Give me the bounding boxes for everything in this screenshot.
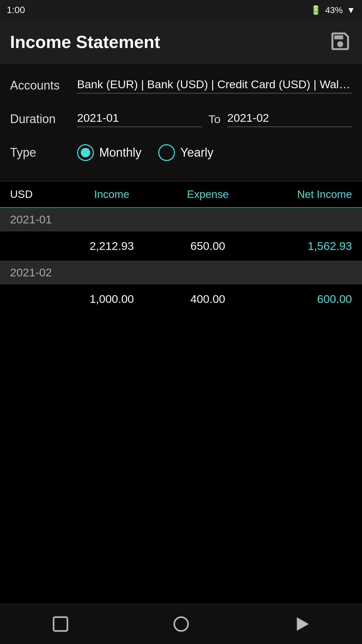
accounts-label: Accounts	[10, 78, 77, 93]
svg-point-1	[174, 617, 188, 631]
table-header: USD Income Expense Net Income	[0, 181, 362, 208]
radio-monthly-circle[interactable]	[77, 144, 94, 161]
type-row: Type Monthly Yearly	[10, 141, 352, 164]
svg-marker-2	[297, 618, 308, 630]
status-time: 1:00	[7, 5, 25, 15]
radio-yearly[interactable]: Yearly	[158, 144, 214, 161]
radio-monthly-label: Monthly	[99, 146, 141, 160]
accounts-value[interactable]: Bank (EUR) | Bank (USD) | Credit Card (U…	[77, 78, 352, 94]
row1-net: 1,562.93	[256, 239, 352, 253]
period-label-2: 2021-02	[10, 266, 52, 279]
duration-label: Duration	[10, 112, 77, 126]
page-title: Income Statement	[10, 32, 160, 52]
col-income-header: Income	[64, 188, 160, 201]
radio-monthly[interactable]: Monthly	[77, 144, 141, 161]
app-header: Income Statement	[0, 20, 362, 64]
battery-icon: 🔋	[310, 5, 321, 15]
row2-net: 600.00	[256, 292, 352, 306]
col-net-header: Net Income	[256, 188, 352, 201]
radio-yearly-label: Yearly	[180, 146, 214, 160]
duration-from[interactable]: 2021-01	[77, 111, 202, 127]
nav-back-button[interactable]	[44, 611, 77, 638]
status-icons: 🔋 43% ▼	[310, 5, 355, 15]
svg-rect-0	[53, 617, 67, 631]
table-row-2: 1,000.00 400.00 600.00	[0, 284, 362, 314]
duration-to[interactable]: 2021-02	[227, 111, 352, 127]
col-currency-header: USD	[10, 188, 64, 201]
period-header-2: 2021-02	[0, 261, 362, 284]
col-expense-header: Expense	[160, 188, 256, 201]
accounts-row: Accounts Bank (EUR) | Bank (USD) | Credi…	[10, 74, 352, 97]
save-button[interactable]	[328, 30, 352, 54]
radio-yearly-circle[interactable]	[158, 144, 175, 161]
form-area: Accounts Bank (EUR) | Bank (USD) | Credi…	[0, 64, 362, 181]
period-header-1: 2021-01	[0, 208, 362, 231]
row1-expense: 650.00	[160, 239, 256, 253]
row2-expense: 400.00	[160, 292, 256, 306]
row2-income: 1,000.00	[64, 292, 160, 306]
period-label-1: 2021-01	[10, 213, 52, 226]
navigation-bar	[0, 604, 362, 644]
duration-row: Duration 2021-01 To 2021-02	[10, 107, 352, 131]
duration-separator: To	[208, 113, 221, 126]
type-label: Type	[10, 146, 77, 160]
status-bar: 1:00 🔋 43% ▼	[0, 0, 362, 20]
nav-forward-button[interactable]	[285, 611, 318, 638]
type-radio-group: Monthly Yearly	[77, 144, 352, 161]
wifi-icon: ▼	[347, 5, 355, 15]
battery-percent: 43%	[325, 5, 343, 15]
duration-inputs: 2021-01 To 2021-02	[77, 111, 352, 127]
row1-income: 2,212.93	[64, 239, 160, 253]
time-text: 1:00	[7, 5, 25, 15]
nav-home-button[interactable]	[164, 611, 198, 638]
table-row-1: 2,212.93 650.00 1,562.93	[0, 231, 362, 261]
income-table: USD Income Expense Net Income 2021-01 2,…	[0, 181, 362, 604]
